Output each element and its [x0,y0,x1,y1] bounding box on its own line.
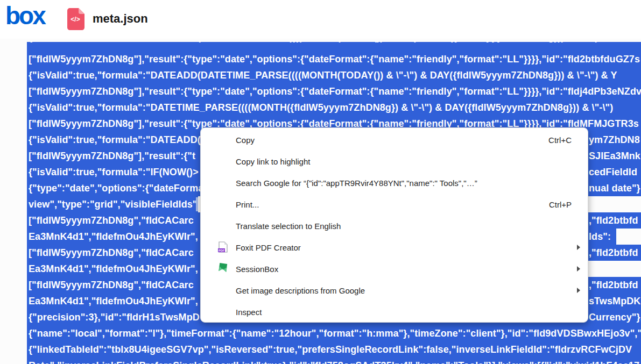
json-line-text: {"type":"date","options":{"dateForma [27,180,203,196]
menu-item-copy[interactable]: CopyCtrl+C [201,129,588,151]
json-line[interactable]: {"linkedTableId":"tblx8U4igeeSGV7vp","is… [27,341,641,358]
context-menu: CopyCtrl+CCopy link to highlightSearch G… [200,127,588,323]
menu-shortcut: Ctrl+C [548,135,572,145]
menu-item-label: Foxit PDF Creator [236,243,301,252]
svg-text:</>: </> [71,16,80,23]
menu-item-search-google[interactable]: Search Google for “{"id":"appTR9Rvir4Y88… [201,172,588,194]
menu-item-label: Inspect [236,308,262,317]
json-line-text: Ea3MnK4d1","fldefmOu4JhEyKWIr", [27,293,198,309]
menu-item-label: SessionBox [236,265,278,274]
menu-item-inspect[interactable]: Inspect [201,301,588,323]
json-line-text: {"name":"local","format":"l"},"timeForma… [27,325,641,341]
json-line[interactable]: Rate","inverseLinkFieldPrefersSingleReco… [27,358,641,364]
json-line-text: ["fldIW5yyym7ZhDN8g","fldCACarc [27,212,194,229]
submenu-arrow-icon [577,266,580,272]
menu-item-get-image-descriptions[interactable]: Get image descriptions from Google [201,280,588,301]
json-line-fragment: sTwsMpDK [589,293,640,309]
submenu-arrow-icon [577,288,580,293]
json-line-text: {"isValid":true,"formula":"DATETIME_PARS… [27,99,613,116]
menu-item-print[interactable]: Print...Ctrl+P [201,194,588,215]
json-line-fragment: ,"fld2btbfd [589,277,638,293]
json-line-text: ["fldIW5yyym7ZhDN8g"],"result":{"t [27,148,195,164]
file-chip: </> meta.json [67,8,148,30]
json-line-text: {"isValid":true,"formula":"IF(NOW()> [27,164,199,180]
foxit-pdf-icon: PDF [217,241,229,253]
json-line-fragment: ,"fld2btbfd [589,245,638,261]
menu-item-label: Translate selection to English [236,222,341,231]
json-line-fragment: cedFieldId [589,164,637,180]
json-line-text: ["fldIW5yyym7ZhDN8g","fldCACarc [27,277,194,293]
json-line-text: {"linkedTableId":"tblx8U4igeeSGV7vp","is… [27,341,632,358]
json-line-text: view","type":"grid","visibleFieldIds": [27,196,198,212]
menu-item-translate-selection[interactable]: Translate selection to English [201,215,588,237]
json-line-fragment: SJIEa3Mnk [589,148,640,164]
json-line-text: ["fldIW5yyym7ZhDN8g"],"result":{"type":"… [27,51,640,67]
menu-item-sessionbox[interactable]: SessionBox [201,258,588,280]
menu-item-copy-link-to-highlight[interactable]: Copy link to highlight [201,151,588,172]
json-line-text: Ea3MnK4d1","fldefmOu4JhEyKWIr", [27,261,198,277]
json-line-text: {"isValid":true,"formula":"DATEADD(DATET… [27,67,617,83]
json-line-fragment: lds": [589,229,614,245]
json-line-fragment: Currency"},{ [589,309,641,325]
json-line-fragment: ym7ZhDN8 [589,132,640,148]
menu-item-label: Copy link to highlight [236,157,310,166]
json-line[interactable]: {"isValid":true,"formula":"DATETIME_PARS… [27,99,641,116]
json-line[interactable]: ["fldIW5yyym7ZhDN8g"],"result":{"type":"… [27,51,641,67]
json-line-text: Ea3MnK4d1","fldefmOu4JhEyKWIr", [27,229,198,245]
box-logo[interactable]: box [5,1,45,30]
selection-end-block [196,197,198,211]
submenu-arrow-icon [577,245,580,250]
box-preview-window: box </> meta.json {"isValid":true,"formu… [0,0,641,364]
json-line-text: {"precision":3},"id":"fldrH1sTwsMpD [27,309,200,325]
json-line-text: Rate","inverseLinkFieldPrefersSingleReco… [27,358,639,364]
json-line-fragment: ,"fld2btbfd [589,212,638,229]
menu-item-label: Print... [236,200,259,209]
json-line[interactable]: {"name":"local","format":"l"},"timeForma… [27,325,641,341]
json-line[interactable]: {"isValid":true,"formula":"DATEADD(DATET… [27,67,641,83]
json-line-text: {"isValid":true,"formula":"DATEADD( [27,132,201,148]
sessionbox-icon [217,263,229,275]
svg-text:PDF: PDF [219,249,225,252]
json-line[interactable]: ["fldIW5yyym7ZhDN8g"],"result":{"type":"… [27,83,641,99]
json-line-fragment: nual date"} [589,180,640,196]
json-line-text: ["fldIW5yyym7ZhDN8g","fldCACarc [27,245,194,261]
json-line-text: {"isValid":true,"formula":"DATEADD(DATET… [27,42,641,45]
menu-item-label: Search Google for “{"id":"appTR9Rvir4Y88… [236,179,477,188]
header: box </> meta.json [0,0,641,39]
menu-shortcut: Ctrl+P [549,200,572,209]
menu-item-label: Copy [236,135,255,145]
menu-item-label: Get image descriptions from Google [236,286,365,295]
json-line-text: ["fldIW5yyym7ZhDN8g"],"result":{"type":"… [27,83,641,99]
code-file-icon: </> [67,8,85,30]
file-title: meta.json [93,12,148,26]
menu-item-foxit-pdf-creator[interactable]: PDFFoxit PDF Creator [201,237,588,258]
json-line-clipped[interactable]: {"isValid":true,"formula":"DATEADD(DATET… [27,42,641,51]
json-line[interactable]: view","type":"grid","visibleFieldIds": [27,196,198,212]
